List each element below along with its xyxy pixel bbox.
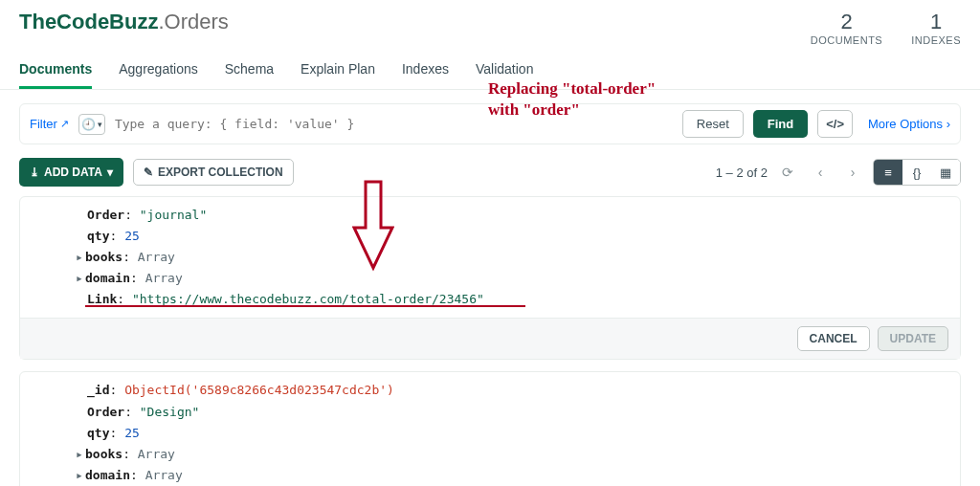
tab-schema[interactable]: Schema bbox=[225, 61, 274, 89]
doc-field[interactable]: ▸books: Array bbox=[87, 247, 960, 268]
refresh-icon: ⟳ bbox=[782, 165, 793, 180]
doc-field[interactable]: ▸domain: Array bbox=[87, 465, 960, 486]
doc-field: Order: "Design" bbox=[87, 402, 960, 423]
download-icon: ⤓ bbox=[30, 166, 39, 179]
doc-field: _id: ObjectId('6589c8266c43d023547cdc2b'… bbox=[87, 380, 960, 401]
tab-explain-plan[interactable]: Explain Plan bbox=[301, 61, 375, 89]
collection-title: TheCodeBuzz.Orders bbox=[19, 10, 229, 34]
annotation-note: Replacing "total-order" with "order" bbox=[488, 78, 656, 121]
tab-aggregations[interactable]: Aggregations bbox=[119, 61, 198, 89]
list-icon: ≡ bbox=[884, 166, 892, 180]
view-table-button[interactable]: ▦ bbox=[931, 160, 960, 185]
more-options-link[interactable]: More Options › bbox=[868, 117, 950, 131]
doc-field[interactable]: ▸books: Array bbox=[87, 444, 960, 465]
document-card: Order: "journal" qty: 25 ▸books: Array ▸… bbox=[19, 196, 961, 360]
caret-right-icon[interactable]: ▸ bbox=[76, 444, 85, 465]
table-icon: ▦ bbox=[940, 166, 951, 180]
annotation-underline bbox=[85, 305, 525, 307]
caret-right-icon[interactable]: ▸ bbox=[76, 268, 85, 289]
doc-field: qty: 25 bbox=[87, 423, 960, 444]
code-toggle-button[interactable]: </> bbox=[817, 110, 853, 138]
export-icon: ✎ bbox=[144, 166, 153, 179]
view-toggle: ≡ {} ▦ bbox=[873, 159, 961, 186]
add-data-button[interactable]: ⤓ ADD DATA ▾ bbox=[19, 158, 123, 187]
documents-toolbar: ⤓ ADD DATA ▾ ✎ EXPORT COLLECTION 1 – 2 o… bbox=[0, 144, 980, 196]
view-list-button[interactable]: ≡ bbox=[874, 160, 902, 185]
view-json-button[interactable]: {} bbox=[902, 160, 931, 185]
doc-field-link: Link: "https://www.thecodebuzz.com/total… bbox=[87, 289, 960, 310]
filter-link[interactable]: Filter ↗ bbox=[30, 117, 69, 131]
chevron-left-icon: ‹ bbox=[818, 165, 823, 180]
chevron-right-icon: › bbox=[947, 117, 950, 131]
doc-edit-actions: CANCEL UPDATE bbox=[20, 318, 960, 359]
caret-right-icon[interactable]: ▸ bbox=[76, 465, 85, 486]
tab-indexes[interactable]: Indexes bbox=[402, 61, 449, 89]
refresh-button[interactable]: ⟳ bbox=[775, 160, 800, 185]
clock-icon: 🕘 bbox=[81, 118, 96, 131]
doc-field[interactable]: ▸domain: Array bbox=[87, 268, 960, 289]
coll-name: .Orders bbox=[158, 10, 228, 33]
cancel-button[interactable]: CANCEL bbox=[797, 326, 870, 351]
pager-text: 1 – 2 of 2 bbox=[716, 166, 768, 180]
stat-documents: 2 DOCUMENTS bbox=[811, 10, 882, 46]
chevron-down-icon: ▾ bbox=[98, 120, 102, 129]
history-button[interactable]: 🕘▾ bbox=[78, 114, 105, 135]
doc-field: qty: 25 bbox=[87, 226, 960, 247]
reset-button[interactable]: Reset bbox=[682, 110, 744, 138]
document-card: _id: ObjectId('6589c8266c43d023547cdc2b'… bbox=[19, 371, 961, 486]
tab-documents[interactable]: Documents bbox=[19, 61, 92, 89]
export-collection-button[interactable]: ✎ EXPORT COLLECTION bbox=[133, 159, 294, 186]
next-page-button[interactable]: › bbox=[840, 160, 865, 185]
chevron-down-icon: ▾ bbox=[107, 166, 113, 179]
stat-indexes: 1 INDEXES bbox=[911, 10, 961, 46]
prev-page-button[interactable]: ‹ bbox=[808, 160, 833, 185]
find-button[interactable]: Find bbox=[753, 110, 808, 138]
chevron-right-icon: › bbox=[851, 165, 856, 180]
external-link-icon: ↗ bbox=[60, 118, 69, 130]
caret-right-icon[interactable]: ▸ bbox=[76, 247, 85, 268]
doc-field: Order: "journal" bbox=[87, 205, 960, 226]
db-name: TheCodeBuzz bbox=[19, 10, 158, 33]
update-button[interactable]: UPDATE bbox=[878, 326, 948, 351]
